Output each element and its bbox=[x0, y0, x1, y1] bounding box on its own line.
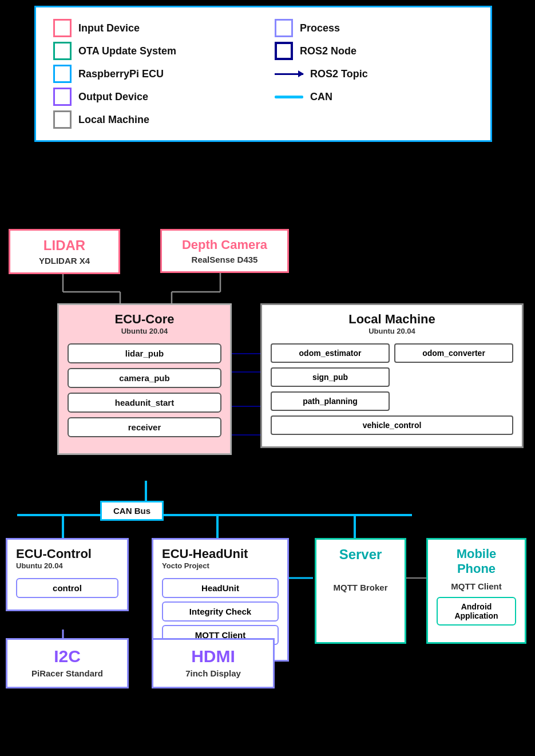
node-receiver: receiver bbox=[68, 417, 221, 437]
hdmi-box: HDMI 7inch Display bbox=[152, 638, 275, 688]
hdmi-title: HDMI bbox=[162, 647, 264, 666]
legend: Input Device Process OTA Update System R… bbox=[34, 6, 492, 142]
local-machine-title: Local Machine bbox=[271, 312, 513, 327]
camera-title: Depth Camera bbox=[171, 238, 279, 252]
node-sign-pub: sign_pub bbox=[271, 367, 390, 387]
lidar-box: LIDAR YDLIDAR X4 bbox=[9, 229, 120, 274]
node-integrity-check: Integrity Check bbox=[162, 601, 279, 622]
ecu-control-subtitle: Ubuntu 20.04 bbox=[16, 561, 118, 570]
ecu-headunit-title: ECU-HeadUnit bbox=[162, 547, 279, 561]
legend-localmachine: Local Machine bbox=[53, 110, 252, 129]
legend-ros2topic-label: ROS2 Topic bbox=[310, 68, 368, 80]
ota-icon bbox=[53, 42, 72, 60]
node-vehicle-control: vehicle_control bbox=[271, 415, 513, 435]
server-block: Server MQTT Broker bbox=[315, 538, 406, 644]
legend-can-label: CAN bbox=[310, 91, 332, 103]
local-machine-subtitle: Ubuntu 20.04 bbox=[271, 327, 513, 335]
mobile-content: MQTT Client bbox=[437, 581, 516, 591]
can-icon bbox=[275, 96, 303, 98]
ecu-core-subtitle: Ubuntu 20.04 bbox=[68, 327, 221, 335]
camera-subtitle: RealSense D435 bbox=[171, 255, 279, 264]
raspberrypi-icon bbox=[53, 65, 72, 83]
lidar-subtitle: YDLIDAR X4 bbox=[19, 256, 110, 266]
legend-process: Process bbox=[275, 19, 473, 37]
node-headunit: HeadUnit bbox=[162, 578, 279, 598]
output-icon bbox=[53, 88, 72, 106]
local-machine-block: Local Machine Ubuntu 20.04 odom_estimato… bbox=[260, 303, 524, 448]
server-content: MQTT Broker bbox=[325, 583, 396, 592]
ros2topic-icon bbox=[275, 73, 303, 75]
legend-ros2node-label: ROS2 Node bbox=[300, 45, 356, 57]
node-lidar-pub: lidar_pub bbox=[68, 343, 221, 363]
mobile-block: Mobile Phone MQTT Client AndroidApplicat… bbox=[426, 538, 526, 644]
mobile-title: Mobile Phone bbox=[437, 547, 516, 577]
node-android: AndroidApplication bbox=[437, 597, 516, 626]
legend-ros2topic: ROS2 Topic bbox=[275, 65, 473, 83]
i2c-box: I2C PiRacer Standard bbox=[6, 638, 129, 688]
server-title: Server bbox=[325, 547, 396, 563]
camera-box: Depth Camera RealSense D435 bbox=[160, 229, 289, 273]
legend-raspberrypi-label: RaspberryPi ECU bbox=[78, 68, 164, 80]
can-bus-label: CAN Bus bbox=[113, 506, 150, 516]
ecu-control-block: ECU-Control Ubuntu 20.04 control bbox=[6, 538, 129, 611]
node-headunit-start: headunit_start bbox=[68, 393, 221, 413]
ecu-headunit-subtitle: Yocto Project bbox=[162, 561, 279, 570]
legend-ros2node: ROS2 Node bbox=[275, 42, 473, 60]
lidar-title: LIDAR bbox=[19, 238, 110, 254]
process-icon bbox=[275, 19, 293, 37]
legend-raspberrypi: RaspberryPi ECU bbox=[53, 65, 252, 83]
node-camera-pub: camera_pub bbox=[68, 368, 221, 388]
node-control: control bbox=[16, 578, 118, 598]
hdmi-subtitle: 7inch Display bbox=[162, 668, 264, 678]
legend-output: Output Device bbox=[53, 88, 252, 106]
ros2node-icon bbox=[275, 42, 293, 60]
ecu-core-block: ECU-Core Ubuntu 20.04 lidar_pub camera_p… bbox=[57, 303, 232, 455]
localmachine-icon bbox=[53, 110, 72, 129]
legend-output-label: Output Device bbox=[78, 91, 148, 103]
legend-ota: OTA Update System bbox=[53, 42, 252, 60]
node-path-planning: path_planning bbox=[271, 391, 390, 411]
ecu-control-title: ECU-Control bbox=[16, 547, 118, 561]
input-device-icon bbox=[53, 19, 72, 37]
can-bus-box: CAN Bus bbox=[100, 501, 164, 521]
node-odom-converter: odom_converter bbox=[394, 343, 513, 363]
legend-input-device-label: Input Device bbox=[78, 22, 140, 34]
legend-localmachine-label: Local Machine bbox=[78, 114, 149, 126]
legend-input-device: Input Device bbox=[53, 19, 252, 37]
node-odom-estimator: odom_estimator bbox=[271, 343, 390, 363]
legend-ota-label: OTA Update System bbox=[78, 45, 176, 57]
legend-can: CAN bbox=[275, 88, 473, 106]
legend-process-label: Process bbox=[300, 22, 340, 34]
i2c-subtitle: PiRacer Standard bbox=[16, 668, 118, 678]
ecu-core-title: ECU-Core bbox=[68, 312, 221, 327]
i2c-title: I2C bbox=[16, 647, 118, 666]
